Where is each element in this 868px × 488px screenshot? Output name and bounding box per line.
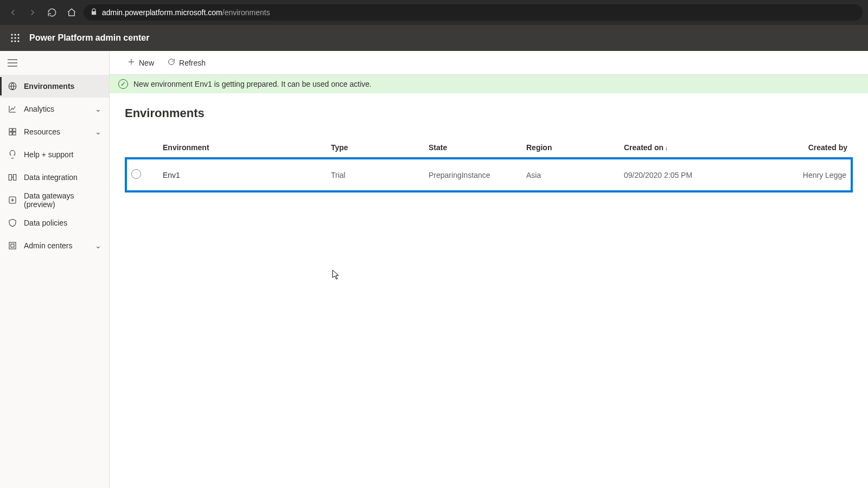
info-banner-text: New environment Env1 is getting prepared… (133, 80, 372, 88)
col-environment[interactable]: Environment (158, 138, 327, 158)
info-banner: ✓ New environment Env1 is getting prepar… (110, 75, 868, 93)
cell-created-by: Henry Legge (717, 158, 852, 191)
sidebar-item-admin-centers[interactable]: Admin centers ⌄ (0, 234, 109, 257)
refresh-icon (167, 57, 176, 68)
data-gateways-icon (8, 195, 17, 205)
svg-point-5 (17, 37, 19, 38)
browser-url-bar[interactable]: admin.powerplatform.microsoft.com/enviro… (84, 4, 863, 21)
sidebar-item-label: Data gateways (preview) (24, 191, 101, 209)
svg-point-7 (14, 40, 16, 42)
svg-rect-15 (9, 132, 12, 135)
browser-back-button[interactable] (5, 5, 21, 20)
row-select-radio[interactable] (131, 169, 141, 179)
browser-chrome: admin.powerplatform.microsoft.com/enviro… (0, 0, 868, 25)
help-icon (8, 150, 17, 159)
shield-icon (8, 218, 17, 228)
sidebar-item-environments[interactable]: Environments (0, 75, 109, 98)
sidebar-item-label: Data policies (24, 219, 67, 227)
cell-region: Asia (522, 158, 620, 191)
page-title: Environments (125, 106, 853, 120)
app-header: Power Platform admin center (0, 25, 868, 51)
new-button[interactable]: New (123, 54, 158, 71)
data-integration-icon (8, 172, 17, 182)
sidebar: Environments Analytics ⌄ Resources ⌄ Hel… (0, 51, 110, 488)
cell-state: PreparingInstance (424, 158, 522, 191)
chevron-down-icon: ⌄ (95, 127, 101, 136)
sidebar-item-label: Resources (24, 127, 60, 136)
cell-type: Trial (327, 158, 424, 191)
sort-desc-icon: ↓ (665, 144, 668, 152)
browser-reload-button[interactable] (44, 5, 60, 20)
sidebar-item-analytics[interactable]: Analytics ⌄ (0, 98, 109, 120)
sidebar-item-resources[interactable]: Resources ⌄ (0, 120, 109, 143)
sidebar-item-label: Admin centers (24, 241, 72, 250)
mouse-cursor-icon (332, 269, 340, 280)
lock-icon (90, 8, 98, 17)
table-row[interactable]: Env1 Trial PreparingInstance Asia 09/20/… (126, 158, 852, 191)
cell-created-on: 09/20/2020 2:05 PM (620, 158, 717, 191)
svg-rect-13 (9, 129, 12, 131)
chevron-down-icon: ⌄ (95, 241, 101, 250)
url-path: /environments (222, 8, 270, 17)
sidebar-item-label: Help + support (24, 150, 73, 159)
svg-point-6 (11, 40, 12, 42)
col-created-by[interactable]: Created by (717, 138, 852, 158)
refresh-button[interactable]: Refresh (163, 54, 210, 71)
sidebar-item-label: Analytics (24, 105, 54, 113)
col-region[interactable]: Region (522, 138, 620, 158)
environments-icon (8, 81, 17, 91)
app-launcher-button[interactable] (4, 27, 26, 49)
svg-point-8 (17, 40, 19, 42)
browser-home-button[interactable] (64, 5, 79, 20)
sidebar-item-data-gateways[interactable]: Data gateways (preview) (0, 189, 109, 211)
col-select (126, 138, 158, 158)
chevron-down-icon: ⌄ (95, 105, 101, 113)
svg-rect-20 (9, 242, 16, 249)
svg-rect-18 (14, 175, 16, 181)
svg-rect-14 (13, 129, 16, 131)
resources-icon (8, 127, 17, 137)
svg-point-2 (17, 34, 19, 35)
browser-forward-button[interactable] (25, 5, 40, 20)
new-button-label: New (139, 59, 154, 67)
analytics-icon (8, 104, 17, 114)
col-state[interactable]: State (424, 138, 522, 158)
svg-point-4 (14, 37, 16, 38)
success-icon: ✓ (118, 79, 128, 89)
sidebar-item-help-support[interactable]: Help + support (0, 143, 109, 166)
svg-point-0 (11, 34, 12, 35)
svg-point-3 (11, 37, 12, 38)
app-title: Power Platform admin center (29, 33, 149, 43)
sidebar-toggle-button[interactable] (0, 51, 109, 75)
sidebar-item-label: Data integration (24, 173, 78, 182)
svg-rect-16 (13, 132, 16, 135)
main-content: New Refresh ✓ New environment Env1 is ge… (110, 51, 868, 488)
cell-environment[interactable]: Env1 (158, 158, 327, 191)
svg-rect-21 (11, 244, 14, 247)
url-domain: admin.powerplatform.microsoft.com (102, 8, 222, 17)
col-type[interactable]: Type (327, 138, 424, 158)
sidebar-item-data-policies[interactable]: Data policies (0, 211, 109, 234)
plus-icon (127, 57, 136, 68)
svg-rect-17 (9, 175, 11, 181)
admin-centers-icon (8, 241, 17, 251)
sidebar-item-data-integration[interactable]: Data integration (0, 166, 109, 189)
svg-point-1 (14, 34, 16, 35)
col-created-on[interactable]: Created on↓ (620, 138, 717, 158)
environments-table: Environment Type State Region Created on… (125, 138, 853, 192)
refresh-button-label: Refresh (179, 59, 206, 67)
sidebar-item-label: Environments (24, 82, 74, 91)
command-bar: New Refresh (110, 51, 868, 75)
